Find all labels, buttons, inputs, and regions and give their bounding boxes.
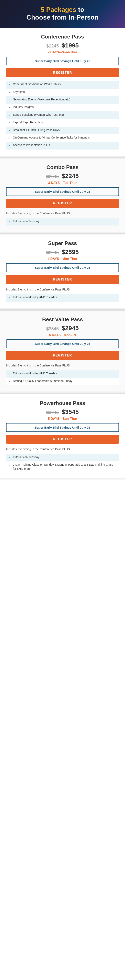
feature-list: ✓ Concurrent Sessions on Wed & Thurs ✓ K… <box>6 81 119 150</box>
package-card-conference: Conference Pass $2245 $1995 2 DAYS—Wed-T… <box>0 28 125 157</box>
package-card-super: Super Pass $2945 $2595 4 DAYS—Mon-Thur S… <box>0 234 125 309</box>
days-label: 2 DAYS—Wed-Thur <box>6 51 119 54</box>
feature-item: ✓ Tutorials on Monday AND Tuesday <box>6 294 119 301</box>
days-label: 3 DAYS—Tue-Thur <box>6 181 119 185</box>
package-title: Combo Pass <box>6 164 119 170</box>
feature-item: ✓ Concurrent Sessions on Wed & Thurs <box>6 81 119 88</box>
early-bird-box: Super Early Bird Savings Until July 25 <box>6 423 119 432</box>
package-title: Conference Pass <box>6 33 119 40</box>
feature-text: Tutorials on Monday AND Tuesday <box>13 372 57 375</box>
feature-item: ✓ 2-Day Training Class on Sunday & Monda… <box>6 461 119 472</box>
feature-text: Industry Insights <box>13 105 34 109</box>
feature-text: Tutorials on Monday AND Tuesday <box>13 295 57 299</box>
includes-text: Includes Everything in the Conference Pa… <box>6 364 119 368</box>
price-new: $2595 <box>62 248 79 255</box>
section-divider <box>0 233 125 234</box>
feature-text: On-Demand Access to Virtual Conference T… <box>13 136 90 140</box>
section-divider <box>0 393 125 395</box>
early-bird-box: Super Early Bird Savings Until July 25 <box>6 339 119 348</box>
price-old: $2545 <box>46 174 59 179</box>
register-button[interactable]: REGISTER <box>6 275 119 284</box>
price-new: $3545 <box>62 409 79 415</box>
price-row: $3945 $3545 <box>6 409 119 415</box>
feature-item: ✓ On-Demand Access to Virtual Conference… <box>6 134 119 142</box>
package-title: Super Pass <box>6 240 119 247</box>
checkmark-icon: ✓ <box>8 455 11 460</box>
package-card-bestvalue: Best Value Pass $3345 $2945 5 DAYS—Mon-F… <box>0 311 125 393</box>
feature-item: ✓ Bonus Sessions (Women Who Test, etc) <box>6 111 119 119</box>
feature-text: Bonus Sessions (Women Who Test, etc) <box>13 113 64 117</box>
section-divider <box>0 309 125 311</box>
header-title: 5 Packages to Choose from In-Person <box>4 6 121 21</box>
days-label: 4 DAYS—Mon-Thur <box>6 257 119 261</box>
checkmark-icon: ✓ <box>8 220 11 224</box>
header-highlight: 5 Packages <box>41 6 76 13</box>
early-bird-box: Super Early Bird Savings Until July 25 <box>6 187 119 196</box>
feature-item: ✓ Breakfast + Lunch During Pass Days <box>6 127 119 134</box>
price-row: $3345 $2945 <box>6 325 119 332</box>
package-card-combo: Combo Pass $2545 $2245 3 DAYS—Tue-Thur S… <box>0 159 125 233</box>
feature-text: 2-Day Training Class on Sunday & Monday … <box>13 463 117 471</box>
feature-text: Networking Events (Welcome Reception, et… <box>13 97 70 102</box>
header-rest: to <box>76 6 84 13</box>
checkmark-icon: ✓ <box>8 372 11 376</box>
checkmark-icon: ✓ <box>8 105 11 110</box>
feature-item: ✓ Networking Events (Welcome Reception, … <box>6 96 119 104</box>
days-label: 5 DAYS—Sun-Thur <box>6 417 119 421</box>
feature-text: Access to Presentation PDFs <box>13 143 50 147</box>
checkmark-icon: ✓ <box>8 98 11 102</box>
page-header: 5 Packages to Choose from In-Person <box>0 0 125 28</box>
feature-item: ✓ Expo & Expo Reception <box>6 119 119 127</box>
register-button[interactable]: REGISTER <box>6 68 119 77</box>
register-button[interactable]: REGISTER <box>6 199 119 208</box>
price-new: $1995 <box>62 42 79 49</box>
includes-text: Includes Everything in the Conference Pa… <box>6 212 119 215</box>
early-bird-box: Super Early Bird Savings Until July 25 <box>6 57 119 65</box>
price-row: $2545 $2245 <box>6 173 119 180</box>
feature-item: ✓ Access to Presentation PDFs <box>6 142 119 149</box>
days-label: 5 DAYS—Mon-Fri <box>6 333 119 337</box>
checkmark-icon: ✓ <box>8 83 11 87</box>
checkmark-icon: ✓ <box>8 463 11 468</box>
price-old: $3945 <box>46 410 59 415</box>
section-divider <box>0 157 125 159</box>
price-row: $2945 $2595 <box>6 248 119 255</box>
checkmark-icon: ✓ <box>8 296 11 300</box>
header-line2: Choose from In-Person <box>27 14 99 21</box>
price-new: $2245 <box>62 173 79 179</box>
checkmark-icon: ✓ <box>8 379 11 384</box>
price-row: $2245 $1995 <box>6 42 119 49</box>
feature-item: ✓ Keynotes <box>6 89 119 96</box>
feature-text: Expo & Expo Reception <box>13 120 43 124</box>
feature-text: Breakfast + Lunch During Pass Days <box>13 128 59 132</box>
feature-list: ✓ Tutorials on Tuesday ✓ 2-Day Training … <box>6 454 119 473</box>
price-old: $3345 <box>46 326 59 331</box>
feature-text: Tutorials on Tuesday <box>13 220 39 223</box>
feature-text: Keynotes <box>13 90 25 94</box>
package-title: Powerhouse Pass <box>6 400 119 406</box>
feature-text: Concurrent Sessions on Wed & Thurs <box>13 82 61 86</box>
feature-item: ✓ Testing & Quality Leadership Summit on… <box>6 378 119 385</box>
register-button[interactable]: REGISTER <box>6 435 119 444</box>
packages-container: Conference Pass $2245 $1995 2 DAYS—Wed-T… <box>0 28 125 480</box>
package-card-powerhouse: Powerhouse Pass $3945 $3545 5 DAYS—Sun-T… <box>0 395 125 480</box>
feature-item: ✓ Tutorials on Monday AND Tuesday <box>6 370 119 378</box>
feature-list: ✓ Tutorials on Tuesday <box>6 218 119 226</box>
includes-text: Includes Everything in the Conference Pa… <box>6 447 119 452</box>
package-title: Best Value Pass <box>6 317 119 323</box>
feature-item: ✓ Tutorials on Tuesday <box>6 454 119 461</box>
feature-item: ✓ Industry Insights <box>6 104 119 111</box>
price-new: $2945 <box>62 325 79 331</box>
feature-text: Tutorials on Tuesday <box>13 455 39 459</box>
feature-list: ✓ Tutorials on Monday AND Tuesday <box>6 294 119 301</box>
price-old: $2245 <box>46 43 59 48</box>
checkmark-icon: ✓ <box>8 128 11 133</box>
register-button[interactable]: REGISTER <box>6 351 119 360</box>
checkmark-icon: ✓ <box>8 136 11 140</box>
price-old: $2945 <box>46 250 59 255</box>
checkmark-icon: ✓ <box>8 121 11 125</box>
early-bird-box: Super Early Bird Savings Until July 25 <box>6 263 119 272</box>
feature-text: Testing & Quality Leadership Summit on F… <box>13 379 72 383</box>
includes-text: Includes Everything in the Conference Pa… <box>6 288 119 292</box>
feature-list: ✓ Tutorials on Monday AND Tuesday ✓ Test… <box>6 370 119 385</box>
